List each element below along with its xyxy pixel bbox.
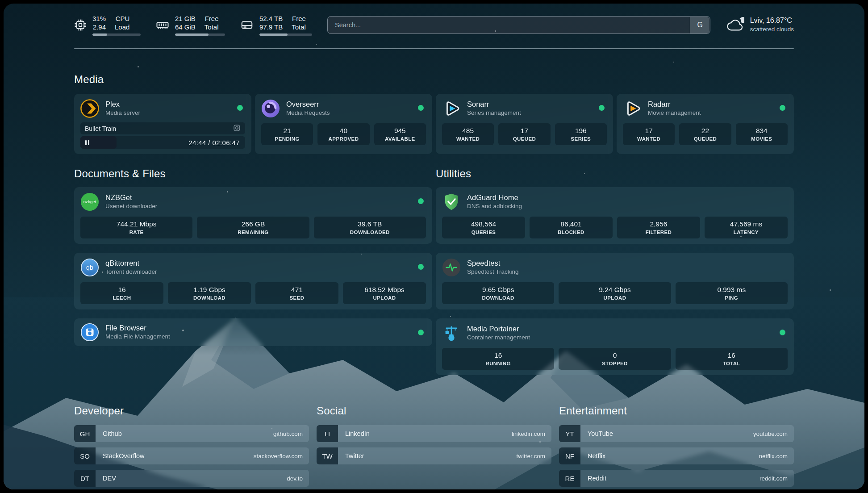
speedtest-card[interactable]: Speedtest Speedtest Tracking 9.65 Gbps D…	[436, 253, 794, 309]
stat-label: SEED	[257, 295, 337, 301]
service-name: NZBGet	[105, 193, 157, 202]
stat-value: 471	[257, 285, 337, 294]
stat-block: 2,956 FILTERED	[617, 217, 700, 238]
search-provider-button[interactable]: G	[690, 17, 709, 33]
service-subtitle: Container management	[467, 333, 530, 342]
stat-label: SERIES	[557, 136, 605, 142]
cpu-load-value: 2.94	[93, 23, 106, 31]
bookmark-name: LinkedIn	[338, 425, 370, 442]
entertainment-bookmarks: Entertainment YT YouTube youtube.com NF …	[559, 405, 794, 489]
overseerr-card[interactable]: Overseerr Media Requests 21 PENDING 40 A…	[255, 94, 432, 154]
media-section-title: Media	[74, 73, 794, 86]
bookmark-abbr: DT	[74, 470, 96, 487]
adguard-card[interactable]: AdGuard Home DNS and adblocking 498,564 …	[436, 187, 794, 244]
stat-block: 17 WANTED	[623, 123, 675, 145]
stat-block: 1.19 Gbps DOWNLOAD	[168, 282, 251, 304]
weather-widget[interactable]: Lviv, 16.87°C scattered clouds	[726, 16, 794, 34]
stat-value: 16	[677, 351, 786, 360]
service-name: Overseerr	[286, 100, 330, 109]
stat-value: 196	[557, 126, 605, 135]
utilities-section-title: Utilities	[436, 167, 794, 180]
top-bar: 31% 2.94 CPU Load	[74, 14, 794, 36]
bookmark-dev[interactable]: DT DEV dev.to	[74, 470, 309, 487]
status-dot-online	[237, 105, 243, 111]
bookmark-abbr: RE	[559, 470, 580, 487]
stat-value: 21	[263, 126, 311, 135]
service-name: File Browser	[105, 323, 170, 332]
stat-label: RUNNING	[444, 361, 552, 366]
svg-text:qb: qb	[86, 264, 93, 271]
memory-free-label: Free	[205, 14, 219, 23]
cloud-moon-icon	[726, 17, 744, 33]
stat-value: 40	[319, 126, 367, 135]
sonarr-card[interactable]: Sonarr Series management 485 WANTED 17 Q…	[436, 94, 613, 154]
service-subtitle: DNS and adblocking	[467, 202, 522, 211]
stat-value: 47.569 ms	[706, 220, 786, 229]
stat-block: 16 TOTAL	[676, 348, 788, 370]
stat-label: UPLOAD	[560, 295, 669, 301]
stat-value: 0	[560, 351, 669, 360]
stat-value: 9.65 Gbps	[444, 285, 552, 294]
bookmark-reddit[interactable]: RE Reddit reddit.com	[559, 470, 794, 487]
stat-value: 0.993 ms	[677, 285, 786, 294]
bookmark-domain: linkedin.com	[512, 425, 551, 442]
bookmark-youtube[interactable]: YT YouTube youtube.com	[559, 425, 794, 442]
bookmark-name: Netflix	[580, 447, 605, 464]
bookmark-name: YouTube	[580, 425, 613, 442]
cpu-usage-value: 31%	[92, 14, 106, 23]
status-dot-online	[780, 330, 785, 335]
stat-value: 16	[444, 351, 552, 360]
stat-value: 834	[738, 126, 786, 135]
stat-block: 16 RUNNING	[442, 348, 554, 370]
stat-value: 16	[82, 285, 162, 294]
status-dot-online	[418, 105, 424, 111]
filebrowser-card[interactable]: File Browser Media File Management	[74, 318, 432, 346]
cpu-progress-bar	[92, 33, 141, 36]
portainer-card[interactable]: Media Portainer Container management 16 …	[436, 318, 794, 375]
stat-block: 266 GB REMAINING	[197, 217, 309, 238]
stat-label: LEECH	[82, 295, 162, 301]
stat-value: 39.6 TB	[316, 220, 424, 229]
stat-label: FILTERED	[619, 230, 698, 235]
stat-block: 196 SERIES	[555, 123, 607, 145]
service-subtitle: Media Requests	[286, 109, 330, 117]
stat-label: DOWNLOAD	[444, 295, 552, 301]
sonarr-icon	[442, 99, 461, 118]
documents-section-title: Documents & Files	[74, 167, 432, 180]
bookmark-github[interactable]: GH Github github.com	[74, 425, 309, 442]
stat-label: STOPPED	[560, 361, 669, 366]
stat-value: 945	[376, 126, 424, 135]
bookmark-twitter[interactable]: TW Twitter twitter.com	[317, 447, 551, 464]
topbar-divider	[74, 48, 794, 49]
overseerr-icon	[261, 99, 280, 118]
plex-card[interactable]: Plex Media server Bullet Train	[74, 94, 251, 154]
weather-condition: scattered clouds	[750, 25, 794, 34]
service-name: Radarr	[648, 100, 701, 109]
stat-block: 945 AVAILABLE	[374, 123, 426, 145]
status-dot-online	[418, 264, 424, 270]
stat-value: 2,956	[619, 220, 698, 229]
qbittorrent-card[interactable]: qb qBittorrent Torrent downloader 16 LEE…	[74, 253, 432, 309]
nzbget-card[interactable]: nzbget NZBGet Usenet downloader 744.21 M…	[74, 187, 432, 244]
stat-block: 498,564 QUERIES	[442, 217, 525, 238]
bookmark-stackoverflow[interactable]: SO StackOverflow stackoverflow.com	[74, 447, 309, 464]
radarr-card[interactable]: Radarr Movie management 17 WANTED 22 QUE…	[617, 94, 794, 154]
search-input[interactable]	[327, 16, 710, 34]
search-bar: G	[327, 16, 710, 34]
stat-label: WANTED	[444, 136, 492, 142]
stat-block: 86,401 BLOCKED	[530, 217, 613, 238]
stat-block: 0.993 ms PING	[676, 282, 788, 304]
media-card-grid: Plex Media server Bullet Train	[74, 94, 794, 154]
stat-label: RATE	[82, 230, 191, 235]
stat-block: 834 MOVIES	[736, 123, 788, 145]
service-name: qBittorrent	[105, 259, 157, 267]
snowflake	[830, 289, 831, 291]
memory-icon	[156, 18, 169, 32]
memory-widget: 21 GiB 64 GiB Free Total	[156, 14, 225, 36]
bookmark-linkedin[interactable]: LI LinkedIn linkedin.com	[317, 425, 551, 442]
stat-value: 9.24 Gbps	[560, 285, 669, 294]
stat-block: 17 QUEUED	[498, 123, 550, 145]
stat-value: 618.52 Mbps	[345, 285, 424, 294]
disk-progress-bar	[259, 33, 312, 36]
bookmark-netflix[interactable]: NF Netflix netflix.com	[559, 447, 794, 464]
